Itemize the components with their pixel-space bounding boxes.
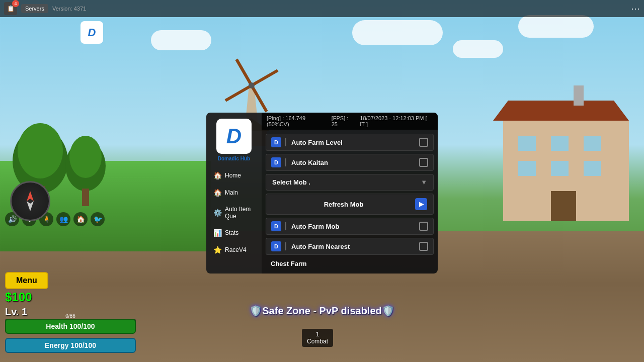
sidebar-item-auto-label: Auto Item Que	[225, 206, 255, 220]
status-bar: [Ping] : 164.749 (50%CV) [FPS] : 25 18/0…	[262, 113, 438, 130]
domadic-mini-logo: D	[88, 26, 96, 39]
home-nav-icon: 🏠	[213, 171, 222, 179]
health-bar: Health 100/100	[5, 319, 136, 334]
tab-counter: 4	[12, 0, 19, 7]
divider-1	[285, 138, 286, 146]
auto-kaitan-row[interactable]: D Auto Kaitan	[266, 154, 434, 171]
sidebar-nav: 🏠 Home 🏠 Main ⚙️ Auto Item Que 📊 Stats ⭐…	[206, 166, 262, 259]
divider-4	[285, 242, 286, 250]
svg-line-10	[225, 85, 252, 101]
sidebar-item-racev4[interactable]: ⭐ RaceV4	[208, 242, 260, 258]
money-display: $100	[5, 290, 32, 304]
sidebar-item-home-label: Home	[225, 172, 241, 179]
energy-bar: Energy 100/100	[5, 338, 136, 353]
auto-farm-mob-icon: D	[271, 221, 281, 231]
svg-point-4	[69, 136, 102, 178]
svg-rect-5	[82, 189, 89, 206]
tab-icon-wrapper: 📋 4	[4, 2, 17, 15]
hub-name: Domadic Hub	[218, 156, 250, 161]
select-mob-row[interactable]: Select Mob . ▼	[266, 174, 434, 191]
svg-marker-16	[493, 101, 629, 121]
auto-farm-mob-label: Auto Farm Mob	[291, 223, 419, 230]
home-icon[interactable]: 🏠	[73, 212, 88, 226]
datetime-status: 18/07/2023 - 12:12:03 PM [ IT ]	[360, 115, 433, 127]
svg-line-7	[236, 59, 252, 85]
auto-farm-nearest-label: Auto Farm Nearest	[291, 243, 419, 250]
version-label: Version: 4371	[52, 6, 86, 12]
auto-kaitan-label: Auto Kaitan	[291, 159, 419, 166]
sidebar-item-stats[interactable]: 📊 Stats	[208, 225, 260, 241]
divider-2	[285, 158, 286, 166]
combat-label: Combat	[307, 338, 328, 345]
combat-tooltip: 1 Combat	[302, 329, 333, 347]
panel-sidebar: D Domadic Hub 🏠 Home 🏠 Main ⚙️ Auto Item…	[206, 113, 262, 274]
menu-button[interactable]: Menu	[5, 272, 48, 289]
domadic-top-icon: D	[80, 21, 103, 44]
auto-farm-level-label: Auto Farm Level	[291, 139, 419, 146]
select-mob-label: Select Mob .	[272, 178, 310, 186]
sidebar-item-home[interactable]: 🏠 Home	[208, 167, 260, 184]
svg-marker-26	[27, 201, 34, 211]
cloud-4	[518, 15, 594, 38]
auto-farm-nearest-row[interactable]: D Auto Farm Nearest	[266, 238, 434, 255]
svg-rect-22	[584, 161, 601, 176]
racev4-nav-icon: ⭐	[213, 246, 222, 254]
fps-status: [FPS] : 25	[332, 115, 355, 127]
safe-zone-text: 🛡️Safe Zone - PvP disabled🛡️	[250, 305, 394, 317]
sidebar-logo: D	[216, 119, 252, 154]
sidebar-item-auto-item[interactable]: ⚙️ Auto Item Que	[208, 202, 260, 224]
building-right	[473, 70, 644, 221]
cloud-2	[352, 20, 443, 45]
sidebar-item-stats-label: Stats	[225, 229, 238, 236]
main-nav-icon: 🏠	[213, 189, 222, 197]
svg-rect-23	[551, 191, 576, 221]
logo-letter: D	[226, 126, 242, 147]
sidebar-item-main[interactable]: 🏠 Main	[208, 185, 260, 201]
auto-farm-nearest-icon: D	[271, 241, 281, 251]
sidebar-item-main-label: Main	[225, 189, 238, 196]
twitter-icon[interactable]: 🐦	[91, 212, 105, 226]
auto-farm-mob-row[interactable]: D Auto Farm Mob	[266, 218, 434, 235]
auto-kaitan-icon: D	[271, 157, 281, 167]
chest-farm-link[interactable]: Chest Farm	[266, 258, 434, 269]
panel-feature-list: D Auto Farm Level D Auto Kaitan Select M…	[262, 130, 438, 274]
divider-3	[285, 222, 286, 230]
svg-marker-25	[27, 191, 34, 201]
auto-kaitan-checkbox[interactable]	[419, 158, 428, 167]
svg-rect-19	[584, 136, 601, 151]
refresh-mob-label: Refresh Mob	[272, 201, 415, 208]
auto-farm-nearest-checkbox[interactable]	[419, 242, 428, 251]
combat-number: 1	[307, 331, 328, 338]
auto-farm-mob-checkbox[interactable]	[419, 222, 428, 231]
cloud-3	[453, 40, 503, 58]
refresh-mob-button[interactable]: ▶	[415, 198, 427, 210]
compass	[10, 181, 50, 221]
more-options-button[interactable]: ⋯	[631, 3, 640, 14]
cloud-1	[151, 30, 211, 50]
stats-nav-icon: 📊	[213, 229, 222, 237]
svg-rect-21	[551, 161, 569, 176]
svg-rect-24	[574, 85, 584, 106]
svg-line-8	[252, 70, 278, 85]
select-mob-arrow-icon: ▼	[421, 178, 427, 186]
servers-button[interactable]: Servers	[21, 4, 48, 13]
svg-rect-18	[551, 136, 569, 151]
auto-farm-level-icon: D	[271, 137, 281, 147]
group-icon[interactable]: 👥	[56, 212, 70, 226]
auto-farm-level-row[interactable]: D Auto Farm Level	[266, 134, 434, 151]
xp-text: 0/86	[5, 313, 136, 319]
refresh-mob-row[interactable]: Refresh Mob ▶	[266, 194, 434, 215]
auto-item-nav-icon: ⚙️	[213, 209, 222, 217]
main-panel: D Domadic Hub 🏠 Home 🏠 Main ⚙️ Auto Item…	[206, 113, 438, 274]
sidebar-item-racev4-label: RaceV4	[225, 246, 247, 253]
svg-rect-17	[518, 136, 536, 151]
auto-farm-level-checkbox[interactable]	[419, 138, 428, 147]
panel-main-content: [Ping] : 164.749 (50%CV) [FPS] : 25 18/0…	[262, 113, 438, 274]
svg-point-1	[18, 123, 63, 178]
ping-status: [Ping] : 164.749 (50%CV)	[267, 115, 327, 127]
top-bar: 📋 4 Servers Version: 4371 ⋯	[0, 0, 644, 17]
svg-point-11	[249, 82, 255, 88]
svg-rect-20	[518, 161, 536, 176]
